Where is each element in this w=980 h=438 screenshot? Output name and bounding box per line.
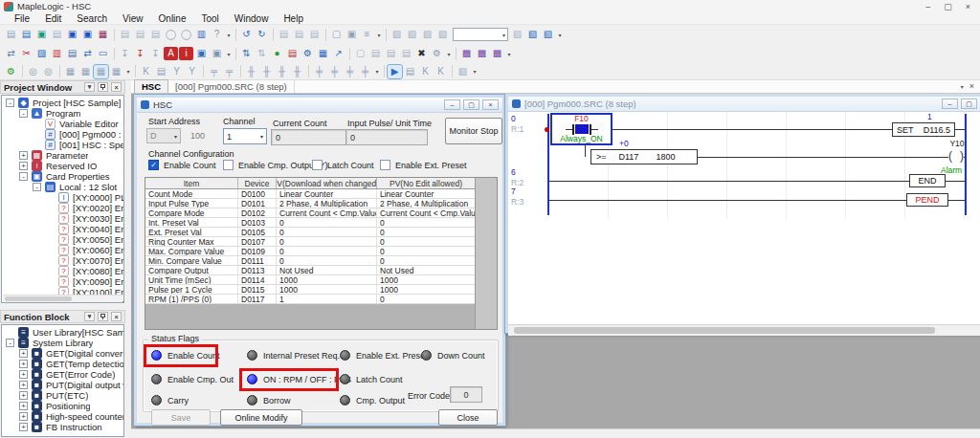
menu-item[interactable]: Help xyxy=(277,13,310,24)
zoom-out-icon[interactable]: ◎ xyxy=(41,65,56,78)
coil-b-icon[interactable]: ╪ xyxy=(327,65,342,78)
flag-carry[interactable]: Carry xyxy=(151,395,189,405)
table-row[interactable]: Int. Preset Val D0103 0 0 xyxy=(145,218,476,228)
menu-item[interactable]: Window xyxy=(228,13,276,24)
window-minimize-button[interactable]: – xyxy=(942,99,958,109)
tree-item-xy0030[interactable]: ? [XY:0030] Empty xyxy=(2,213,123,224)
special-b-icon[interactable]: ▩ xyxy=(475,47,489,60)
contact-cell-selected[interactable]: F10 Always_ON xyxy=(550,113,612,145)
table-row[interactable]: RPM (1) /PPS (0) D0117 1 0 xyxy=(145,295,476,304)
wire-f2-icon[interactable]: ╤ xyxy=(207,65,221,78)
input-pulse-field[interactable]: 0 xyxy=(345,129,428,145)
minimize-button[interactable]: – xyxy=(925,2,930,11)
tools-icon[interactable]: ⚙ xyxy=(430,47,444,60)
tab-hsc[interactable]: HSC xyxy=(134,79,168,93)
tree-item-put-digital[interactable]: + ■ PUT(Digital output value) xyxy=(2,380,123,390)
dialog-minimize-button[interactable]: – xyxy=(444,99,460,110)
tree-expand-toggle[interactable]: - xyxy=(6,99,14,107)
force-b-icon[interactable]: ↧ xyxy=(133,47,147,60)
doc-copy-icon[interactable]: ▤ xyxy=(292,28,306,41)
tree-item-xy0070[interactable]: ? [XY:0070] Empty xyxy=(2,255,123,266)
dropdown-caret-icon[interactable]: ▾ xyxy=(471,68,479,75)
table-row[interactable]: Unit Time (mSec) D0114 1000 1000 xyxy=(145,275,476,285)
tile-windows-icon[interactable]: ▣ xyxy=(345,28,359,41)
tab-close-icon[interactable]: × xyxy=(969,81,974,91)
run-play-icon[interactable]: ▶ xyxy=(388,65,402,78)
tree-expand-toggle[interactable]: - xyxy=(19,109,28,118)
dropdown-caret-icon[interactable]: ▾ xyxy=(505,51,513,57)
tree-item-reserved-io[interactable]: + ! Reserved IO xyxy=(2,161,123,171)
open-recent-icon[interactable]: ▤ xyxy=(118,28,132,41)
swap-icon[interactable]: ⇄ xyxy=(4,47,18,60)
online-status-icon[interactable]: ● xyxy=(270,47,284,60)
window-list-icon[interactable]: ≡ xyxy=(360,28,374,41)
wire-f4-icon[interactable]: ╤ xyxy=(222,65,236,78)
doc-preview-icon[interactable]: ▤ xyxy=(277,28,291,41)
checkbox-enable-count[interactable]: Enable Count xyxy=(148,160,216,170)
flag-latch-count[interactable]: Latch Count xyxy=(340,374,403,384)
contact-rise-icon[interactable]: ╫ xyxy=(275,65,289,78)
close-button[interactable]: × xyxy=(966,2,970,11)
view-table-a-icon[interactable]: ▦ xyxy=(63,65,78,78)
tree-item-xy0020[interactable]: ? [XY:0020] Empty xyxy=(2,203,123,213)
settings-gear-icon[interactable]: ⚙ xyxy=(301,47,315,60)
page-d-icon[interactable]: ▤ xyxy=(399,47,413,60)
table-row[interactable]: Min. Compare Value D0111 0 0 xyxy=(145,256,476,266)
pin-icon[interactable] xyxy=(98,82,108,92)
tab-pgm000[interactable]: [000] Pgm000.SRC (8 step) xyxy=(168,80,295,93)
cut-wire-icon[interactable]: ✂ xyxy=(19,47,33,60)
trend-chart-icon[interactable]: ↗ xyxy=(331,47,345,60)
monitor-stop-button[interactable]: Monitor Stop xyxy=(445,118,502,144)
tree-item-local-slot[interactable]: - ▤ Local : 12 Slot xyxy=(2,182,123,192)
ladder-tool-d-icon[interactable]: Y xyxy=(185,65,199,78)
tree-expand-toggle[interactable]: + xyxy=(19,370,28,379)
menu-item[interactable]: View xyxy=(116,13,150,24)
page-b-icon[interactable]: ▤ xyxy=(368,47,383,60)
tree-expand-toggle[interactable]: + xyxy=(19,412,28,421)
pend-instruction-box[interactable]: PEND xyxy=(906,193,948,207)
tree-item-put-etc[interactable]: + ■ PUT(ETC) xyxy=(2,390,123,401)
tree-item-xy0050[interactable]: ? [XY:0050] Empty xyxy=(2,234,123,245)
flag-borrow[interactable]: Borrow xyxy=(247,395,291,405)
save-all-icon[interactable]: ▣ xyxy=(80,28,95,41)
view-table-c-icon[interactable]: ▦ xyxy=(94,65,108,78)
table-row[interactable]: Max. Compare Value D0109 0 0 xyxy=(145,247,476,256)
panel-close-icon[interactable]: × xyxy=(111,82,122,92)
contact-fall-icon[interactable]: ╫ xyxy=(290,65,304,78)
tree-item-xy0040[interactable]: ? [XY:0040] Empty xyxy=(2,224,123,234)
tree-item-xy0080[interactable]: ? [XY:0080] Empty xyxy=(2,266,123,276)
send-icon[interactable]: ▨ xyxy=(34,47,49,60)
dialog-close-button[interactable]: × xyxy=(482,99,499,110)
tree-item-get-digital[interactable]: + ■ GET(Digital conversion value) xyxy=(2,348,123,359)
table-row[interactable]: Ext. Preset Val D0105 0 0 xyxy=(145,228,476,237)
special-a-icon[interactable]: ▩ xyxy=(459,47,474,60)
flag-enable-count[interactable]: Enable Count xyxy=(151,350,220,361)
column-header-device[interactable]: Device xyxy=(238,178,277,188)
window-maximize-button[interactable]: ▢ xyxy=(961,99,977,109)
tree-item-xy0060[interactable]: ? [XY:0060] Empty xyxy=(2,245,123,255)
table-row[interactable]: Input Pulse Type D0101 2 Phase, 4 Multip… xyxy=(145,199,476,208)
image-blue-icon[interactable]: ▣ xyxy=(194,47,209,60)
cascade-windows-icon[interactable]: ▢ xyxy=(329,28,344,41)
paste-special-icon[interactable]: ▥ xyxy=(50,47,64,60)
run-gear-icon[interactable]: ⚙ xyxy=(4,65,18,78)
tree-expand-toggle[interactable]: + xyxy=(19,391,28,400)
ladder-tool-a-icon[interactable]: K xyxy=(139,65,153,78)
flag-internal-preset-req[interactable]: Internal Preset Req. xyxy=(247,350,340,361)
tree-item-project[interactable]: - ◆ Project [HSC Sample] xyxy=(2,98,123,108)
start-address-device-select[interactable]: D▾ xyxy=(146,128,181,143)
pin-icon[interactable] xyxy=(98,312,108,321)
tree-expand-toggle[interactable]: + xyxy=(19,402,28,410)
flag-enable-ext-preset[interactable]: Enable Ext. Preset xyxy=(340,350,428,361)
refresh-b-icon[interactable]: ◯ xyxy=(179,28,193,41)
ladder-canvas[interactable]: 0 R:1 F10 Always_ON xyxy=(508,112,980,324)
save-button[interactable]: Save xyxy=(151,409,211,426)
dropdown-caret-icon[interactable]: ▾ xyxy=(124,68,132,75)
dropdown-caret-icon[interactable]: ▾ xyxy=(225,51,233,57)
station-b-icon[interactable]: ▧ xyxy=(525,28,540,41)
tree-item-positioning[interactable]: + ■ Positioning xyxy=(2,401,123,411)
station-c-icon[interactable]: ▧ xyxy=(541,28,555,41)
page-c-icon[interactable]: ▤ xyxy=(384,47,398,60)
tree-item-program[interactable]: - ▲ Program xyxy=(2,108,123,119)
tree-item-card-properties[interactable]: - ▣ Card Properties xyxy=(2,171,123,182)
